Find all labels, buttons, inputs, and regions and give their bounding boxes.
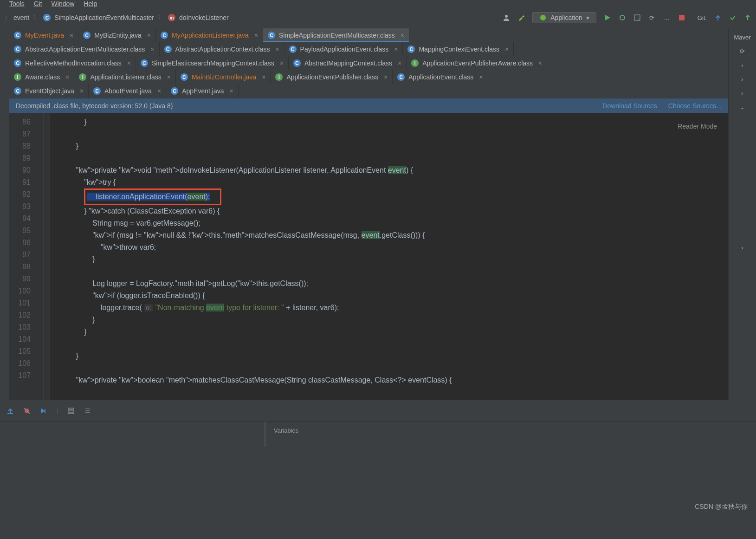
step-icon[interactable] (40, 407, 47, 415)
breadcrumb-prev[interactable]: 〉 (5, 13, 11, 22)
breadcrumb: event 〉 C SimpleApplicationEventMulticas… (13, 13, 229, 22)
coverage-icon[interactable] (633, 14, 641, 21)
close-tab-icon[interactable]: × (394, 45, 398, 53)
editor-tab[interactable]: CMappingContextEvent.class× (403, 42, 514, 56)
mute-breakpoints-icon[interactable] (23, 407, 31, 415)
chevron-right-icon: 〉 (158, 13, 164, 22)
editor-tab[interactable]: CAboutEvent.java× (89, 84, 166, 98)
line-number-gutter: 8687888990919293949596979899100101102103… (9, 113, 37, 400)
profiler-icon[interactable]: ⟳ (648, 14, 656, 21)
close-tab-icon[interactable]: × (157, 87, 161, 95)
tab-filename: Aware.class (25, 73, 60, 81)
editor-tab[interactable]: IApplicationEventPublisherAware.class× (407, 56, 547, 70)
file-type-icon: C (397, 73, 405, 81)
left-tool-strip (0, 28, 9, 400)
code-content[interactable]: } } "kw">private "kw">void "meth">doInvo… (50, 113, 728, 400)
editor-tab[interactable]: CAppEvent.java× (166, 84, 238, 98)
editor-tab[interactable]: CSimpleApplicationEventMulticaster.class… (263, 28, 409, 42)
editor-tab[interactable]: CMyEvent.java× (9, 28, 78, 42)
editor-tab[interactable]: CMyApplicationListener.java× (156, 28, 263, 42)
close-tab-icon[interactable]: × (505, 45, 509, 53)
expand-right-icon[interactable]: › (739, 244, 746, 251)
debug-icon[interactable] (619, 14, 626, 21)
chevron-down-icon[interactable]: ⌄ (739, 103, 746, 110)
tab-filename: AboutEvent.java (104, 87, 152, 95)
git-push-icon[interactable] (744, 14, 751, 21)
file-type-icon: C (14, 87, 21, 95)
variables-header[interactable]: Variables (265, 422, 307, 447)
close-tab-icon[interactable]: × (150, 45, 154, 53)
watermark: CSDN @孟秋与你 (695, 503, 748, 511)
git-update-icon[interactable] (714, 14, 722, 21)
editor-tab[interactable]: CSimpleElasticsearchMappingContext.class… (136, 56, 289, 70)
close-tab-icon[interactable]: × (275, 45, 279, 53)
close-tab-icon[interactable]: × (80, 87, 84, 95)
editor-tab[interactable]: IApplicationEventPublisher.class× (271, 70, 393, 84)
tab-filename: MainBizController.java (192, 73, 256, 81)
editor-tab[interactable]: IAware.class× (9, 70, 74, 84)
stop-icon[interactable] (678, 14, 685, 21)
close-tab-icon[interactable]: × (398, 59, 401, 67)
close-tab-icon[interactable]: × (384, 73, 388, 81)
close-tab-icon[interactable]: × (254, 32, 258, 39)
attach-icon[interactable]: … (663, 14, 671, 21)
close-tab-icon[interactable]: × (401, 32, 404, 39)
menu-git[interactable]: Git (34, 0, 42, 7)
close-tab-icon[interactable]: × (147, 32, 151, 39)
close-tab-icon[interactable]: × (167, 73, 171, 81)
file-type-icon: C (161, 32, 168, 39)
editor-tabs: CMyEvent.java×CMyBizEntity.java×CMyAppli… (9, 28, 728, 98)
code-area[interactable]: 8687888990919293949596979899100101102103… (9, 113, 728, 400)
tab-filename: AppEvent.java (182, 87, 224, 95)
hammer-icon[interactable] (517, 14, 525, 21)
refresh-icon[interactable]: ⟳ (739, 47, 746, 55)
close-tab-icon[interactable]: × (65, 73, 69, 81)
tab-filename: MyBizEntity.java (94, 32, 142, 39)
editor-tab[interactable]: IApplicationListener.class× (74, 70, 176, 84)
crumb-class[interactable]: SimpleApplicationEventMulticaster (54, 14, 154, 21)
crumb-method[interactable]: doInvokeListener (179, 14, 229, 21)
close-tab-icon[interactable]: × (538, 59, 542, 67)
git-commit-icon[interactable] (729, 14, 737, 21)
maven-tool-label[interactable]: Maver (734, 34, 750, 41)
tab-filename: ApplicationEvent.class (408, 73, 473, 81)
editor-tab[interactable]: CAbstractApplicationContext.class× (160, 42, 284, 56)
close-tab-icon[interactable]: × (127, 59, 131, 67)
menu-tools[interactable]: Tools (9, 0, 25, 7)
file-type-icon: C (141, 59, 148, 67)
menu-window[interactable]: Window (52, 0, 75, 7)
editor-tab[interactable]: CMyBizEntity.java× (78, 28, 156, 42)
run-icon[interactable] (604, 14, 611, 21)
chevron-right-icon[interactable]: › (739, 89, 746, 97)
close-tab-icon[interactable]: × (229, 87, 233, 95)
editor-tab[interactable]: CMainBizController.java× (176, 70, 271, 84)
editor-tab[interactable]: CPayloadApplicationEvent.class× (284, 42, 403, 56)
user-icon[interactable] (503, 14, 510, 21)
menu-help[interactable]: Help (84, 0, 97, 7)
choose-sources-link[interactable]: Choose Sources... (668, 102, 722, 110)
spring-icon (539, 14, 547, 21)
debug-variables-panel: Variables (0, 421, 756, 447)
run-configuration-dropdown[interactable]: Application ▾ (532, 12, 596, 23)
download-sources-link[interactable]: Download Sources (602, 102, 657, 110)
upload-icon[interactable] (6, 407, 14, 415)
list-icon[interactable]: ☰ (84, 407, 91, 415)
decompiled-banner: Decompiled .class file, bytecode version… (9, 98, 728, 113)
method-icon: m (168, 14, 175, 21)
close-tab-icon[interactable]: × (479, 73, 483, 81)
crumb-event[interactable]: event (13, 14, 29, 21)
svg-point-2 (620, 15, 625, 20)
tab-filename: ApplicationEventPublisher.class (286, 73, 378, 81)
close-tab-icon[interactable]: × (70, 32, 73, 39)
close-tab-icon[interactable]: × (262, 73, 265, 81)
calculator-icon[interactable] (67, 407, 75, 415)
editor-tab[interactable]: CApplicationEvent.class× (393, 70, 488, 84)
editor-tab[interactable]: CAbstractMappingContext.class× (289, 56, 407, 70)
tab-filename: ApplicationListener.class (90, 73, 161, 81)
editor-tab[interactable]: CAbstractApplicationEventMulticaster.cla… (9, 42, 160, 56)
chevron-right-icon[interactable]: › (739, 75, 746, 83)
chevron-right-icon[interactable]: › (739, 61, 746, 69)
close-tab-icon[interactable]: × (280, 59, 284, 67)
editor-tab[interactable]: CReflectiveMethodInvocation.class× (9, 56, 136, 70)
editor-tab[interactable]: CEventObject.java× (9, 84, 89, 98)
